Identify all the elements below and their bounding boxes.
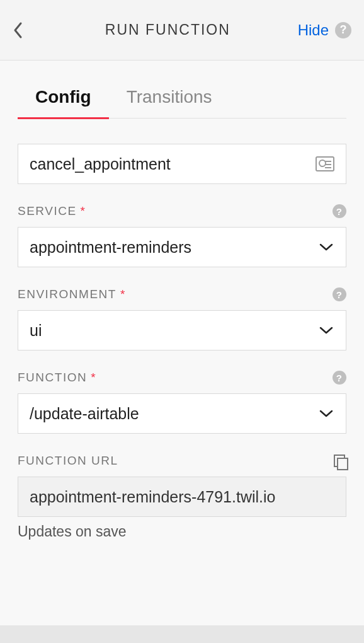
environment-value: ui <box>30 322 318 340</box>
function-value: /update-airtable <box>30 405 318 423</box>
header-actions: Hide ? <box>298 21 351 39</box>
function-url-input: appointment-reminders-4791.twil.io <box>18 477 346 517</box>
required-marker: * <box>120 287 126 301</box>
function-select[interactable]: /update-airtable <box>18 393 346 434</box>
tab-config[interactable]: Config <box>18 79 109 119</box>
function-label: FUNCTION <box>18 371 87 385</box>
tabs: Config Transitions <box>18 79 346 119</box>
service-label: SERVICE <box>18 204 77 218</box>
page-title: RUN FUNCTION <box>38 21 298 38</box>
environment-label: ENVIRONMENT <box>18 287 117 301</box>
function-label-row: FUNCTION * ? <box>18 371 346 385</box>
function-url-hint: Updates on save <box>18 523 346 540</box>
required-marker: * <box>81 204 86 218</box>
footer-bar <box>0 625 364 643</box>
id-card-icon <box>316 156 334 171</box>
environment-label-row: ENVIRONMENT * ? <box>18 287 346 301</box>
name-input[interactable]: cancel_appointment <box>18 144 346 184</box>
service-select[interactable]: appointment-reminders <box>18 227 346 267</box>
environment-field-block: ENVIRONMENT * ? ui <box>18 287 346 350</box>
help-icon[interactable]: ? <box>333 287 346 301</box>
header: RUN FUNCTION Hide ? <box>0 0 364 61</box>
hide-link[interactable]: Hide <box>298 21 329 39</box>
content: cancel_appointment SERVICE * ? appointme… <box>0 119 364 540</box>
chevron-down-icon <box>318 239 334 255</box>
function-field-block: FUNCTION * ? /update-airtable <box>18 371 346 434</box>
chevron-down-icon <box>318 322 334 339</box>
function-url-label: FUNCTION URL <box>18 454 118 468</box>
function-url-value: appointment-reminders-4791.twil.io <box>30 488 334 506</box>
name-value: cancel_appointment <box>30 155 316 173</box>
chevron-down-icon <box>318 405 334 422</box>
name-field-block: cancel_appointment <box>18 144 346 184</box>
service-field-block: SERVICE * ? appointment-reminders <box>18 204 346 267</box>
tab-transitions[interactable]: Transitions <box>109 79 230 119</box>
required-marker: * <box>91 371 96 385</box>
function-url-field-block: FUNCTION URL appointment-reminders-4791.… <box>18 454 346 540</box>
copy-icon[interactable] <box>334 455 346 467</box>
chevron-left-icon <box>13 21 23 39</box>
help-icon[interactable]: ? <box>333 371 346 385</box>
function-url-label-row: FUNCTION URL <box>18 454 346 468</box>
service-label-row: SERVICE * ? <box>18 204 346 218</box>
help-icon[interactable]: ? <box>333 204 346 218</box>
service-value: appointment-reminders <box>30 238 318 257</box>
back-button[interactable] <box>13 21 38 39</box>
environment-select[interactable]: ui <box>18 310 346 350</box>
help-icon[interactable]: ? <box>335 22 351 38</box>
